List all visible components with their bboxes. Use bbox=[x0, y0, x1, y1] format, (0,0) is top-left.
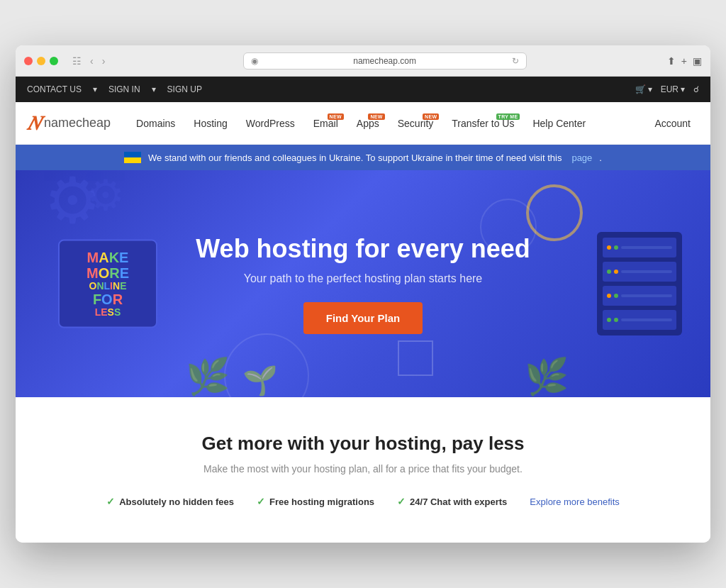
benefit-2: ✓ Free hosting migrations bbox=[257, 496, 374, 507]
nav-label-hosting: Hosting bbox=[194, 118, 227, 129]
nav-item-email[interactable]: NEW Email bbox=[305, 112, 347, 135]
hero-left-panel: MAKE MORE ONLINE FOR LESS bbox=[58, 240, 157, 328]
security-icon: ◉ bbox=[251, 56, 258, 66]
server-led-3 bbox=[607, 270, 611, 274]
panel-text: MAKE MORE ONLINE FOR LESS bbox=[68, 250, 147, 318]
new-tab-button[interactable]: + bbox=[681, 55, 687, 67]
bottom-section: Get more with your hosting, pay less Mak… bbox=[16, 397, 710, 543]
forward-button[interactable]: › bbox=[99, 54, 108, 68]
browser-actions: ⬆ + ▣ bbox=[667, 55, 702, 67]
utility-separator: ▾ bbox=[93, 84, 97, 94]
server-bar-3 bbox=[621, 294, 672, 297]
benefit-label-3: 24/7 Chat with experts bbox=[410, 497, 507, 507]
url-text: namecheap.com bbox=[262, 56, 508, 66]
sign-up-link[interactable]: SIGN UP bbox=[167, 84, 202, 94]
server-bar-1 bbox=[621, 246, 672, 249]
nav-item-hosting[interactable]: Hosting bbox=[185, 112, 235, 135]
server-led-4 bbox=[614, 270, 618, 274]
server-led-8 bbox=[614, 318, 618, 322]
tabs-button[interactable]: ▣ bbox=[693, 55, 702, 67]
nav-label-domains: Domains bbox=[136, 118, 175, 129]
main-nav: 𝑁 namecheap Domains Hosting WordPress NE… bbox=[16, 102, 710, 145]
ukraine-flag-icon bbox=[124, 152, 141, 163]
hero-title: Web hosting for every need bbox=[196, 233, 530, 264]
logo-text: namecheap bbox=[44, 116, 111, 131]
server-unit-3 bbox=[603, 286, 676, 306]
nav-items: Domains Hosting WordPress NEW Email NEW … bbox=[128, 112, 646, 135]
utility-right: 🛒 ▾ EUR ▾ ☌ bbox=[635, 84, 699, 94]
nav-label-help: Help Center bbox=[532, 118, 586, 129]
check-icon-2: ✓ bbox=[257, 496, 265, 507]
transfer-badge: TRY ME bbox=[496, 113, 520, 120]
nav-item-help[interactable]: Help Center bbox=[524, 112, 594, 135]
ukraine-link[interactable]: page bbox=[571, 152, 592, 163]
server-bar-4 bbox=[621, 318, 672, 321]
hero-section: ⚙ ⚙ 🌿 🌱 🌿 MAKE MORE ONLINE FOR LESS Web … bbox=[16, 170, 710, 397]
nav-item-transfer[interactable]: TRY ME Transfer to Us bbox=[443, 112, 523, 135]
benefit-3: ✓ 24/7 Chat with experts bbox=[397, 496, 507, 507]
close-button[interactable] bbox=[24, 57, 33, 65]
nav-item-domains[interactable]: Domains bbox=[128, 112, 184, 135]
server-led-5 bbox=[607, 294, 611, 298]
server-unit-2 bbox=[603, 262, 676, 282]
nav-label-wordpress: WordPress bbox=[246, 118, 295, 129]
sidebar-toggle-button[interactable]: ☷ bbox=[69, 54, 84, 68]
bottom-subtitle: Make the most with your hosting plan, al… bbox=[44, 463, 682, 475]
browser-titlebar: ☷ ‹ › ◉ namecheap.com ↻ ⬆ + ▣ bbox=[16, 45, 710, 77]
logo[interactable]: 𝑁 namecheap bbox=[27, 113, 111, 133]
nav-item-security[interactable]: NEW Security bbox=[389, 112, 442, 135]
svg-rect-1 bbox=[124, 157, 141, 163]
browser-nav: ☷ ‹ › bbox=[69, 54, 108, 68]
check-icon-3: ✓ bbox=[397, 496, 406, 507]
benefit-label-2: Free hosting migrations bbox=[269, 497, 374, 507]
hero-right-panel bbox=[597, 232, 682, 335]
search-icon: ☌ bbox=[693, 84, 699, 94]
explore-benefits-link[interactable]: Explore more benefits bbox=[530, 497, 619, 507]
sign-in-link[interactable]: SIGN IN bbox=[108, 84, 140, 94]
find-plan-button[interactable]: Find Your Plan bbox=[303, 302, 423, 334]
cart-button[interactable]: 🛒 ▾ bbox=[635, 84, 652, 94]
contact-us-link[interactable]: CONTACT US bbox=[27, 84, 82, 94]
utility-bar: CONTACT US ▾ SIGN IN ▾ SIGN UP 🛒 ▾ EUR ▾… bbox=[16, 77, 710, 102]
apps-badge: NEW bbox=[368, 113, 384, 120]
refresh-icon: ↻ bbox=[512, 56, 519, 66]
nav-item-wordpress[interactable]: WordPress bbox=[238, 112, 303, 135]
hero-content: Web hosting for every need Your path to … bbox=[196, 233, 530, 334]
server-unit-4 bbox=[603, 310, 676, 330]
currency-arrow: ▾ bbox=[681, 84, 685, 94]
ukraine-period: . bbox=[599, 152, 602, 163]
benefit-1: ✓ Absolutely no hidden fees bbox=[106, 496, 234, 507]
ukraine-text: We stand with our friends and colleagues… bbox=[148, 152, 562, 163]
server-rack bbox=[597, 232, 682, 335]
cart-arrow: ▾ bbox=[648, 84, 652, 94]
address-bar[interactable]: ◉ namecheap.com ↻ bbox=[243, 52, 527, 70]
logo-n-icon: 𝑁 bbox=[27, 113, 40, 133]
check-icon-1: ✓ bbox=[106, 496, 115, 507]
fullscreen-button[interactable] bbox=[50, 57, 58, 65]
back-button[interactable]: ‹ bbox=[87, 54, 96, 68]
cart-icon: 🛒 bbox=[635, 84, 646, 94]
server-bar-2 bbox=[621, 270, 672, 273]
server-led-7 bbox=[607, 318, 611, 322]
security-badge: NEW bbox=[423, 113, 439, 120]
browser-window: ☷ ‹ › ◉ namecheap.com ↻ ⬆ + ▣ CONTACT US… bbox=[16, 45, 710, 543]
currency-selector[interactable]: EUR ▾ bbox=[661, 84, 685, 94]
server-led-1 bbox=[607, 245, 611, 250]
server-led-6 bbox=[614, 294, 618, 298]
currency-label: EUR bbox=[661, 84, 678, 94]
bottom-title: Get more with your hosting, pay less bbox=[44, 433, 682, 455]
hero-subtitle: Your path to the perfect hosting plan st… bbox=[196, 272, 530, 285]
nav-item-account[interactable]: Account bbox=[646, 112, 699, 135]
benefit-label-1: Absolutely no hidden fees bbox=[119, 497, 234, 507]
server-led-2 bbox=[614, 245, 618, 250]
search-button[interactable]: ☌ bbox=[693, 84, 699, 94]
share-button[interactable]: ⬆ bbox=[667, 55, 676, 67]
minimize-button[interactable] bbox=[37, 57, 45, 65]
nav-item-apps[interactable]: NEW Apps bbox=[348, 112, 388, 135]
email-badge: NEW bbox=[328, 113, 344, 120]
utility-separator2: ▾ bbox=[152, 84, 156, 94]
benefits-row: ✓ Absolutely no hidden fees ✓ Free hosti… bbox=[44, 496, 682, 507]
traffic-lights bbox=[24, 57, 58, 65]
svg-rect-0 bbox=[124, 152, 141, 157]
server-unit-1 bbox=[603, 238, 676, 257]
